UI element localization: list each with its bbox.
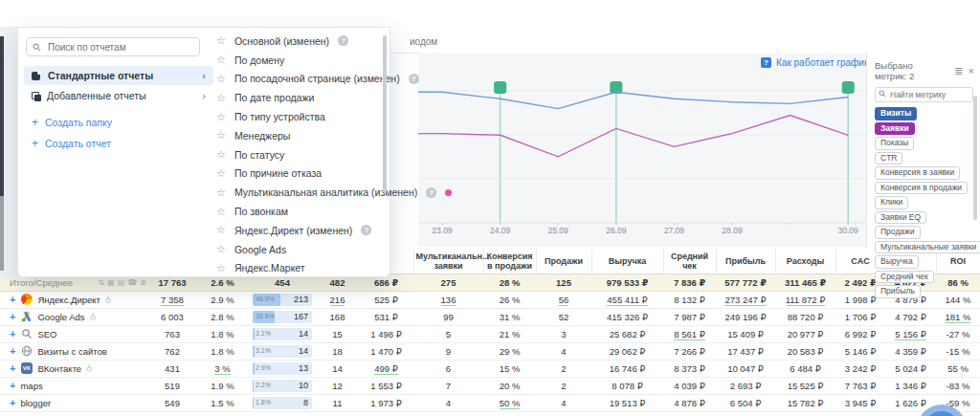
channel-name[interactable]: SEO [37, 329, 56, 339]
metric-tag[interactable]: Показы [875, 137, 914, 150]
table-row[interactable]: +Визиты с сайтов7621.8 %3.1%14181 470 ₽9… [0, 342, 980, 360]
table-row[interactable]: +VKВКонтакте⚲4313 %2.9%1314499 ₽615 %216… [0, 360, 980, 377]
metric-tag[interactable]: Заявки EQ [875, 211, 926, 225]
report-item[interactable]: ☆По типу устройства [216, 107, 384, 126]
report-item[interactable]: ☆По звонкам [216, 202, 384, 221]
table-cell: 4 039 ₽ [663, 377, 716, 394]
report-view-icon[interactable]: ▤ [118, 278, 125, 287]
leads-bar-cell: 36.8%167 [249, 308, 316, 325]
star-icon[interactable]: ☆ [216, 244, 226, 254]
channel-name[interactable]: Google Ads [37, 312, 84, 322]
help-badge-icon[interactable]: ? [426, 187, 436, 198]
metric-tag[interactable]: Заявки [875, 122, 915, 136]
leads-bar-cell: 3.1%14 [249, 342, 316, 360]
table-row[interactable]: +SEO7631.8 %3.1%14151 498 ₽521 %325 682 … [0, 325, 980, 342]
star-icon[interactable]: ☆ [216, 187, 226, 198]
table-cell: 88 720 ₽ [775, 308, 835, 325]
metrics-list-icon[interactable]: ≣ [954, 65, 963, 77]
phone-icon[interactable]: ☎ [127, 278, 137, 287]
metric-tag[interactable]: Визиты [875, 107, 917, 120]
star-icon[interactable]: ☆ [216, 112, 226, 122]
help-badge-icon[interactable]: ? [338, 35, 348, 46]
report-item[interactable]: ☆По причине отказа [216, 164, 384, 184]
star-icon[interactable]: ☆ [216, 130, 226, 141]
star-icon[interactable]: ☆ [216, 207, 226, 217]
table-cell: 1 470 ₽ [359, 342, 413, 360]
folder-item-standard[interactable]: Стандартные отчеты› [24, 66, 213, 85]
report-item[interactable]: ☆По домену [216, 51, 384, 70]
metric-tag[interactable]: CTR [875, 152, 902, 165]
sort-icon[interactable]: ⇅ [99, 278, 105, 287]
expand-row-button[interactable]: + [10, 345, 15, 357]
report-item[interactable]: ☆По статусу [216, 145, 384, 164]
metric-tag[interactable]: Клики [875, 196, 908, 209]
report-item[interactable]: ☆Менеджеры [216, 126, 384, 145]
table-cell: 29 % [483, 342, 536, 360]
star-icon[interactable]: ☆ [216, 74, 226, 84]
report-item[interactable]: ☆По дате продажи [216, 88, 384, 107]
table-cell: 29 062 ₽ [591, 342, 663, 360]
channel-name[interactable]: Яндекс.Директ [37, 295, 100, 305]
table-row[interactable]: +Яндекс.Директ⚲7 3582.9 %46.9%213216525 … [0, 291, 980, 308]
report-item-label: Яндекс.Директ (изменен) [234, 225, 353, 236]
column-header[interactable]: Продажи [536, 249, 591, 274]
help-badge-icon[interactable]: ? [409, 74, 419, 84]
report-list-scrollbar[interactable] [383, 35, 387, 193]
grid-icon[interactable]: ▦ [107, 278, 115, 287]
expand-row-button[interactable]: + [10, 397, 15, 408]
report-search-input[interactable] [26, 37, 200, 56]
table-row[interactable]: +maps5191.9 %2.2%10121 553 ₽720 %28 078 … [0, 377, 980, 394]
star-icon[interactable]: ☆ [216, 35, 226, 46]
metric-tag[interactable]: Прибыль [875, 285, 921, 298]
channel-name[interactable]: ВКонтакте [37, 363, 81, 374]
star-icon[interactable]: ☆ [216, 55, 226, 65]
expand-row-button[interactable]: + [10, 362, 15, 374]
expand-row-button[interactable]: + [10, 294, 15, 305]
report-item[interactable]: ☆Основной (изменен)? [216, 32, 384, 51]
star-icon[interactable]: ☆ [216, 168, 226, 179]
metrics-scrollbar[interactable] [973, 96, 977, 220]
column-header[interactable]: Мультиканальн... заявки [413, 249, 483, 274]
metric-search-input[interactable] [875, 87, 973, 102]
column-header[interactable]: Конверсия в продажи [483, 249, 536, 274]
star-icon[interactable]: ☆ [216, 149, 226, 160]
expand-row-button[interactable]: + [10, 328, 15, 339]
list-icon[interactable]: ≣ [140, 278, 146, 287]
table-row[interactable]: +blogger5491.5 %1.8%8111 973 ₽450 %419 5… [0, 394, 980, 411]
column-header[interactable]: Прибыль [716, 249, 775, 274]
report-item[interactable]: ☆Google Ads [216, 240, 384, 259]
help-badge-icon[interactable]: ? [361, 225, 371, 235]
create-report-link[interactable]: +Создать отчет [32, 137, 111, 150]
expand-row-button[interactable]: + [10, 380, 15, 391]
table-row[interactable]: +Google Ads⚲6 0032.8 %36.8%167168531 ₽99… [0, 308, 980, 325]
report-item[interactable]: ☆Мультиканальная аналитика (изменен)? [216, 183, 384, 202]
star-icon[interactable]: ☆ [216, 225, 226, 235]
folder-item-added[interactable]: Добавленные отчеты› [24, 86, 213, 105]
column-header[interactable]: Выручка [591, 249, 663, 274]
channel-name[interactable]: maps [20, 381, 42, 391]
star-icon[interactable]: ☆ [216, 93, 226, 103]
column-header[interactable]: Средний чек [663, 249, 716, 274]
metric-tag[interactable]: Средний чек [875, 271, 934, 284]
table-cell: 99 [413, 308, 483, 325]
x-tick-label: 23.09 [432, 226, 452, 235]
create-folder-link[interactable]: +Создать папку [32, 116, 112, 129]
report-item[interactable]: ☆По посадочной странице (изменен)? [216, 70, 384, 89]
channel-name[interactable]: blogger [20, 398, 51, 408]
table-cell: 15 % [483, 360, 536, 377]
integration-icon: ⚲ [90, 312, 97, 321]
metric-tag[interactable]: Продажи [875, 226, 921, 239]
channel-name[interactable]: Визиты с сайтов [37, 346, 106, 357]
expand-row-button[interactable]: + [10, 311, 15, 322]
star-icon[interactable]: ☆ [216, 263, 226, 274]
metric-tag[interactable]: Мультиканальные заявки [875, 241, 980, 254]
metrics-close-icon[interactable]: × [969, 65, 974, 77]
report-item[interactable]: ☆Яндекс.Маркет [216, 259, 384, 278]
metric-tag[interactable]: Конверсия в продажи [875, 182, 968, 195]
line-chart[interactable]: 23.0924.0925.0926.0927.0928.0930.09 [418, 53, 866, 247]
report-item[interactable]: ☆Яндекс.Директ (изменен)? [216, 221, 384, 240]
chart-help-link[interactable]: ? Как работает график [761, 57, 868, 68]
metric-tag[interactable]: Конверсия в заявки [875, 166, 960, 180]
column-header[interactable]: Расходы [775, 249, 835, 274]
metric-tag[interactable]: Выручка [875, 255, 919, 269]
